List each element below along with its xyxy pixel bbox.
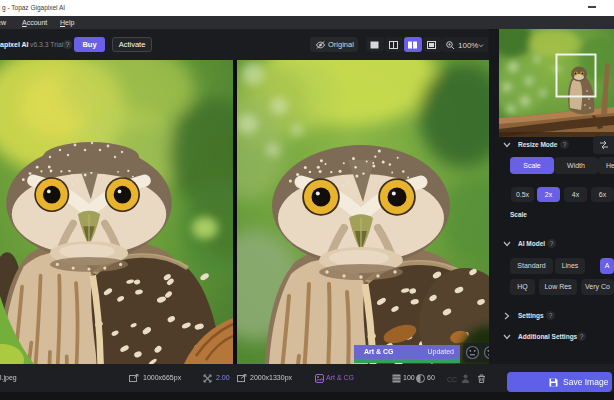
svg-text:CC: CC: [447, 376, 457, 383]
